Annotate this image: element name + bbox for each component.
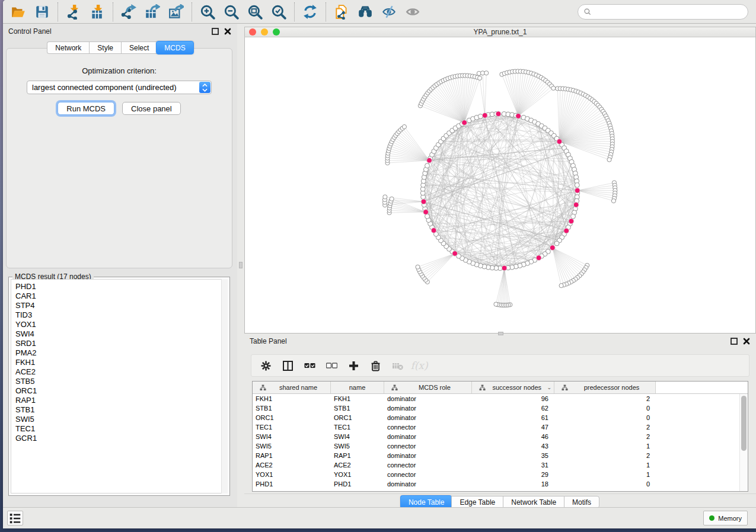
zoom-selected-button[interactable] [267, 2, 291, 22]
cell-MCDS-role[interactable]: dominator [384, 480, 472, 488]
mcds-result-item[interactable]: STB1 [15, 405, 227, 415]
cell-successor-nodes[interactable]: 31 [472, 462, 554, 469]
zoom-fit-button[interactable] [243, 2, 267, 22]
cell-shared-name[interactable]: ACE2 [253, 462, 331, 469]
column-header-name[interactable]: name [331, 382, 384, 393]
cell-name[interactable]: TEC1 [331, 424, 384, 431]
tab-mcds[interactable]: MCDS [156, 41, 193, 55]
network-graph[interactable] [245, 37, 755, 333]
maximize-window-icon[interactable] [273, 28, 280, 36]
close-panel-icon[interactable] [224, 27, 232, 36]
horizontal-splitter-handle[interactable] [498, 332, 503, 335]
mcds-result-item[interactable]: GCR1 [15, 434, 227, 443]
mcds-result-item[interactable]: ORC1 [15, 386, 227, 396]
network-titlebar[interactable]: YPA_prune.txt_1 [244, 27, 756, 37]
cell-predecessor-nodes[interactable]: 0 [554, 480, 656, 488]
table-row[interactable]: FKH1FKH1dominator962 [253, 394, 739, 403]
table-scrollbar-thumb[interactable] [741, 396, 747, 451]
cell-shared-name[interactable]: ORC1 [253, 414, 331, 421]
column-header-MCDS-role[interactable]: MCDS role [384, 382, 472, 393]
mcds-result-item[interactable]: SRD1 [15, 339, 227, 348]
cell-MCDS-role[interactable]: dominator [384, 433, 472, 440]
cell-successor-nodes[interactable]: 29 [472, 471, 554, 478]
preview-eye-button[interactable] [401, 2, 425, 22]
zoom-in-button[interactable] [196, 2, 219, 22]
table-row[interactable]: SWI4SWI4dominator462 [253, 432, 739, 441]
mcds-result-item[interactable]: ACE2 [15, 367, 227, 377]
mcds-result-item[interactable]: PHD1 [15, 282, 227, 291]
cell-name[interactable]: PHD1 [331, 480, 384, 488]
cell-successor-nodes[interactable]: 46 [472, 433, 554, 440]
cell-predecessor-nodes[interactable]: 2 [554, 452, 656, 459]
cell-name[interactable]: ORC1 [331, 414, 384, 421]
vertical-splitter-handle[interactable] [239, 262, 243, 268]
cell-name[interactable]: SWI4 [331, 433, 384, 440]
cell-MCDS-role[interactable]: connector [384, 471, 472, 478]
save-button[interactable] [30, 2, 54, 22]
add-button[interactable] [345, 357, 362, 374]
column-header-successor-nodes[interactable]: successor nodes⌄ [472, 382, 554, 393]
search-box[interactable] [578, 4, 748, 20]
mcds-result-item[interactable]: SWI4 [15, 329, 227, 339]
export-image-button[interactable] [164, 2, 188, 22]
cell-shared-name[interactable]: YOX1 [253, 471, 331, 478]
cell-predecessor-nodes[interactable]: 2 [554, 424, 656, 431]
columns-button[interactable] [279, 357, 296, 374]
cell-successor-nodes[interactable]: 43 [472, 443, 554, 450]
cell-predecessor-nodes[interactable]: 2 [554, 395, 656, 402]
cell-name[interactable]: YOX1 [331, 471, 384, 478]
run-mcds-button[interactable]: Run MCDS [58, 102, 114, 115]
table-row[interactable]: SWI5SWI5connector431 [253, 441, 739, 451]
table-row[interactable]: STB1STB1dominator620 [253, 403, 739, 413]
column-header-predecessor-nodes[interactable]: predecessor nodes [554, 382, 656, 393]
table-row[interactable]: TEC1TEC1connector472 [253, 422, 739, 432]
export-network-button[interactable] [117, 2, 141, 22]
table-row[interactable]: PHD1PHD1dominator180 [253, 479, 739, 489]
open-button[interactable] [7, 2, 30, 22]
table-scrollbar[interactable] [739, 394, 748, 491]
cell-MCDS-role[interactable]: connector [384, 462, 472, 469]
table-row[interactable]: ACE2ACE2connector311 [253, 460, 739, 470]
criterion-select[interactable]: largest connected component (undirected) [27, 81, 212, 94]
cell-predecessor-nodes[interactable]: 0 [554, 405, 656, 412]
cell-MCDS-role[interactable]: dominator [384, 405, 472, 412]
zoom-out-button[interactable] [219, 2, 243, 22]
tab-style[interactable]: Style [89, 41, 121, 54]
cell-MCDS-role[interactable]: connector [384, 424, 472, 431]
close-window-icon[interactable] [249, 28, 256, 36]
tab-network-table[interactable]: Network Table [503, 496, 564, 508]
mcds-result-item[interactable]: FKH1 [15, 358, 227, 367]
cell-shared-name[interactable]: STB1 [253, 405, 331, 412]
mcds-result-list[interactable]: PHD1CAR1STP4TID3YOX1SWI4SRD1PMA2FKH1ACE2… [11, 279, 228, 493]
cell-predecessor-nodes[interactable]: 1 [554, 443, 656, 450]
cell-shared-name[interactable]: RAP1 [253, 452, 331, 459]
find-button[interactable] [353, 2, 377, 22]
table-row[interactable]: RAP1RAP1dominator352 [253, 451, 739, 460]
cell-successor-nodes[interactable]: 35 [472, 452, 554, 459]
mcds-result-item[interactable]: YOX1 [15, 320, 227, 329]
cell-name[interactable]: RAP1 [331, 452, 384, 459]
search-input[interactable] [595, 8, 742, 16]
mcds-result-item[interactable]: STB5 [15, 377, 227, 386]
cell-MCDS-role[interactable]: dominator [384, 395, 472, 402]
cell-name[interactable]: STB1 [331, 405, 384, 412]
float-table-button[interactable] [730, 337, 738, 345]
settings-button[interactable] [257, 357, 274, 374]
table-row[interactable]: ORC1ORC1dominator610 [253, 413, 739, 422]
network-canvas[interactable] [244, 37, 756, 334]
table-row[interactable]: YOX1YOX1connector291 [253, 470, 739, 479]
float-panel-button[interactable] [211, 27, 219, 36]
cell-MCDS-role[interactable]: connector [384, 443, 472, 450]
deselect-all-button[interactable] [323, 357, 340, 374]
result-scrollbar[interactable] [221, 279, 228, 493]
mcds-result-item[interactable]: CAR1 [15, 291, 227, 301]
delete-button[interactable] [367, 357, 384, 374]
cell-MCDS-role[interactable]: dominator [384, 414, 472, 421]
mcds-result-item[interactable]: RAP1 [15, 396, 227, 405]
cell-predecessor-nodes[interactable]: 0 [554, 414, 656, 421]
cell-predecessor-nodes[interactable]: 1 [554, 462, 656, 469]
cell-predecessor-nodes[interactable]: 1 [554, 471, 656, 478]
cell-successor-nodes[interactable]: 62 [472, 405, 554, 412]
clone-network-button[interactable] [330, 2, 353, 22]
cell-successor-nodes[interactable]: 18 [472, 480, 554, 488]
